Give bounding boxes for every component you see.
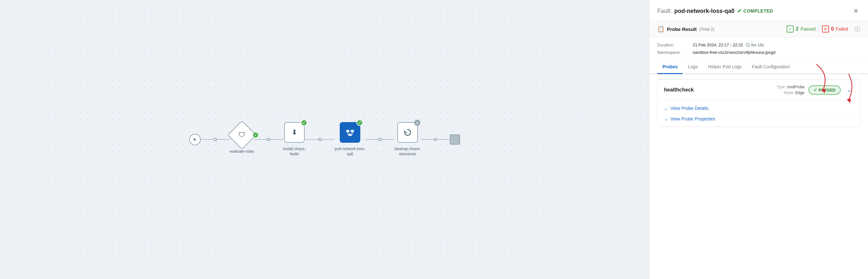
line	[254, 139, 267, 140]
meta-section: Duration: 21 Feb 2024, 22:17 - 22:22 5m …	[650, 37, 868, 60]
duration-time-icon: 5m 19s	[746, 43, 764, 47]
probe-total-label: (Total 2)	[700, 27, 715, 32]
line	[366, 139, 378, 140]
node-label: install-chaos-faults	[283, 147, 306, 157]
type-key: Type	[777, 85, 785, 89]
line	[381, 139, 395, 140]
tab-probes[interactable]: Probes	[657, 60, 683, 74]
dot	[214, 138, 217, 141]
probe-meta: Type cmdProbe Mode Edge	[777, 85, 805, 95]
node-evaluate-rules[interactable]: 🛡 ✓ evaluate-rules	[230, 125, 254, 154]
probe-type-row: Type cmdProbe	[777, 85, 805, 89]
fault-prefix-label: Fault:	[657, 8, 672, 15]
end-node-icon	[450, 134, 460, 145]
close-button[interactable]: ✕	[851, 6, 860, 16]
square-node[interactable]: ⬇ ✓	[284, 122, 305, 143]
node-cleanup-chaos-resources[interactable]: ● cleanup-chaos-resources	[395, 122, 421, 157]
download-icon: ⬇	[291, 128, 297, 137]
passed-status-button: ✔ PASSED	[808, 85, 841, 95]
duration-date: 21 Feb 2024, 22:17 - 22:22	[693, 43, 743, 47]
detail-panel: Fault: pod-network-loss-qa0 ✔ COMPLETED …	[649, 0, 868, 279]
tabs-bar: Probes Logs Helper Pod Logs Fault Config…	[650, 60, 868, 74]
line	[270, 139, 283, 140]
refresh-icon	[403, 128, 412, 137]
view-probe-details-link[interactable]: ⌄ View Probe Details	[664, 103, 854, 114]
passed-label: Passed	[800, 26, 815, 32]
probe-header-right: Type cmdProbe Mode Edge ✔ PASSED ⌄	[777, 85, 854, 95]
dot	[434, 138, 437, 141]
panel-title: Fault: pod-network-loss-qa0 ✔ COMPLETED	[657, 7, 773, 15]
probe-links-section: ⌄ View Probe Details ⌄ View Probe Proper…	[658, 100, 860, 127]
tab-helper-pod-logs[interactable]: Helper Pod Logs	[703, 60, 747, 74]
passed-count: 2	[796, 26, 799, 32]
node-label: pod-network-loss-qa0	[335, 147, 365, 157]
info-icon[interactable]: ℹ	[855, 26, 860, 32]
failed-icon: ✕	[822, 25, 829, 32]
connector-4	[366, 138, 395, 141]
node-install-chaos-faults[interactable]: ⬇ ✓ install-chaos-faults	[283, 122, 306, 157]
probe-result-bar: 📋 Probe Result (Total 2) ✓ 2 Passed ✕ 0 …	[650, 21, 868, 37]
type-value: cmdProbe	[787, 85, 805, 89]
svg-rect-1	[346, 130, 349, 132]
check-badge: ●	[414, 119, 421, 126]
connector-2	[254, 138, 283, 141]
check-badge: ✓	[252, 132, 259, 138]
failed-label: Failed	[836, 26, 848, 32]
duration-value: 21 Feb 2024, 22:17 - 22:22 5m 19s	[693, 43, 764, 47]
duration-time: 5m 19s	[751, 43, 764, 47]
completed-label: COMPLETED	[743, 8, 773, 13]
node-pod-network-loss-qa0[interactable]: ✓ pod-network-loss-qa0	[335, 122, 365, 157]
line	[201, 139, 214, 140]
mode-value: Edge	[795, 90, 804, 95]
line	[306, 139, 318, 140]
node-label: evaluate-rules	[230, 149, 254, 154]
node-start[interactable]	[189, 134, 201, 145]
completed-check-icon: ✔	[737, 7, 742, 15]
probe-stats: ✓ 2 Passed ✕ 0 Failed ℹ	[786, 25, 860, 32]
workflow-canvas: 🛡 ✓ evaluate-rules ⬇ ✓ install-chaos-fau…	[0, 0, 649, 279]
dot	[318, 138, 322, 141]
passed-check-icon: ✔	[814, 88, 817, 92]
view-probe-properties-link[interactable]: ⌄ View Probe Properties	[664, 114, 854, 124]
completed-badge: ✔ COMPLETED	[737, 7, 773, 15]
connector-1	[201, 138, 230, 141]
passed-icon: ✓	[786, 25, 794, 32]
active-square-node[interactable]: ✓	[340, 122, 360, 143]
tab-logs[interactable]: Logs	[683, 60, 703, 74]
shield-icon: 🛡	[238, 131, 245, 139]
svg-marker-0	[194, 138, 196, 141]
chevron-down-icon: ⌄	[664, 106, 668, 111]
probe-result-title: 📋 Probe Result (Total 2)	[657, 25, 715, 32]
clipboard-icon: 📋	[657, 25, 664, 32]
line	[322, 139, 335, 140]
passed-stat: ✓ 2 Passed	[786, 25, 815, 32]
svg-rect-2	[351, 130, 354, 132]
node-label: cleanup-chaos-resources	[395, 147, 421, 157]
expand-button[interactable]: ⌄	[844, 85, 854, 94]
namespace-value: sandbox-free-ctu1lrsws2ssrv9phkvuoa-jpvg…	[693, 50, 775, 55]
start-node-icon[interactable]	[189, 134, 201, 145]
dot	[267, 138, 270, 141]
tab-fault-configuration[interactable]: Fault Configuration	[747, 60, 795, 74]
clock-icon	[746, 43, 750, 47]
duration-row: Duration: 21 Feb 2024, 22:17 - 22:22 5m …	[657, 43, 860, 47]
view-probe-details-label: View Probe Details	[671, 106, 708, 111]
node-end	[450, 134, 460, 145]
namespace-row: Namespace: sandbox-free-ctu1lrsws2ssrv9p…	[657, 50, 860, 55]
fault-name-label: pod-network-loss-qa0	[674, 8, 735, 15]
passed-status-label: PASSED	[819, 88, 836, 92]
probe-name: healthcheck	[664, 87, 694, 93]
failed-stat: ✕ 0 Failed	[822, 25, 848, 32]
panel-header: Fault: pod-network-loss-qa0 ✔ COMPLETED …	[650, 0, 868, 21]
check-badge: ✓	[356, 119, 363, 126]
square-node[interactable]: ●	[397, 122, 418, 143]
dot	[378, 138, 381, 141]
duration-label: Duration:	[657, 43, 693, 47]
diamond-node[interactable]: 🛡 ✓	[227, 120, 257, 150]
line	[217, 139, 230, 140]
namespace-label: Namespace:	[657, 50, 693, 55]
chevron-down-icon: ⌄	[664, 116, 668, 121]
mode-key: Mode	[784, 90, 793, 95]
probe-title-text: Probe Result	[667, 26, 697, 32]
svg-line-10	[748, 45, 749, 46]
